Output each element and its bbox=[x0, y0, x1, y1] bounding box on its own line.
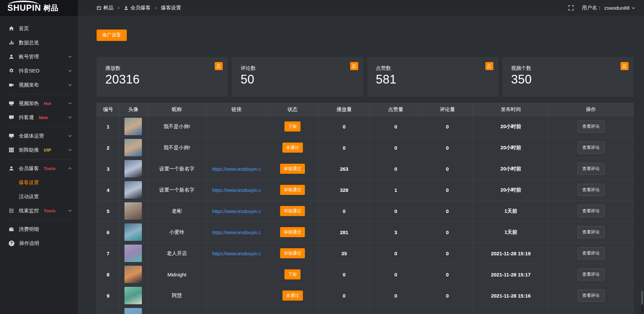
status-badge: 未通过 bbox=[282, 143, 303, 153]
sidebar-item-operation-guide[interactable]: ?操作说明 bbox=[0, 236, 78, 250]
table-row: 4设置一个新名字https://www.iesdouyin.c审核通过32810… bbox=[97, 179, 634, 201]
view-comments-button[interactable]: 查看评论 bbox=[578, 120, 604, 133]
cell-like-count: 0 bbox=[370, 158, 422, 179]
sidebar-divider bbox=[5, 159, 72, 159]
cell-publish-time: 20小时前 bbox=[473, 158, 548, 179]
cell-avatar bbox=[119, 116, 147, 137]
breadcrumb-shupin[interactable]: 树品 bbox=[97, 5, 113, 11]
stats-row: 播放数20316总评论数50总点赞数581总视频个数350总 bbox=[97, 57, 634, 97]
view-comments-button[interactable]: 查看评论 bbox=[578, 163, 604, 175]
cell-like-count: 3 bbox=[370, 222, 422, 243]
view-comments-button[interactable]: 查看评论 bbox=[578, 184, 604, 196]
sidebar-item-label: 首页 bbox=[19, 25, 29, 32]
stat-value: 50 bbox=[240, 72, 356, 87]
cell-link bbox=[207, 137, 267, 158]
breadcrumb-label: 树品 bbox=[103, 5, 113, 11]
stat-card-play-count: 播放数20316总 bbox=[97, 57, 228, 97]
sidebar-item-home[interactable]: 首页 bbox=[0, 21, 78, 36]
user-icon bbox=[9, 166, 14, 171]
cell-link bbox=[207, 285, 267, 306]
scrollbar[interactable] bbox=[641, 289, 644, 314]
video-link[interactable]: https://www.iesdouyin.c bbox=[212, 209, 261, 214]
cell-like-count: 0 bbox=[370, 137, 422, 158]
sidebar-subitem-activity-settings[interactable]: 活动设置 bbox=[0, 190, 78, 204]
cell-action: 查看评论 bbox=[548, 179, 633, 201]
cell-avatar bbox=[119, 285, 147, 306]
cell-status: 下架 bbox=[267, 116, 318, 137]
promo-settings-button[interactable]: 推广设置 bbox=[97, 30, 127, 41]
cell-publish-time: 20小时前 bbox=[473, 179, 548, 201]
sidebar-item-label: 账号管理 bbox=[19, 54, 39, 60]
view-comments-button[interactable]: 查看评论 bbox=[578, 268, 604, 280]
sidebar-item-douketong[interactable]: 抖客通New bbox=[0, 110, 78, 124]
cell-number: 2 bbox=[97, 137, 119, 158]
column-header: 播放量 bbox=[318, 103, 370, 116]
cell-action: 查看评论 bbox=[548, 264, 633, 285]
breadcrumb-separator: > bbox=[117, 6, 120, 10]
sidebar-subitem-baoke-settings[interactable]: 爆客设置 bbox=[0, 175, 78, 190]
breadcrumb-label: 爆客设置 bbox=[161, 5, 181, 11]
sidebar-subitem-label: 爆客设置 bbox=[19, 179, 39, 186]
cell-status: 审核通过 bbox=[267, 179, 318, 201]
view-comments-button[interactable]: 查看评论 bbox=[578, 226, 604, 238]
cell-play-count: 0 bbox=[318, 264, 370, 285]
sidebar-item-label: 矩阵助推 bbox=[19, 147, 39, 153]
cell-action: 查看评论 bbox=[548, 158, 633, 179]
sidebar-item-consumption-details[interactable]: 消费明细 bbox=[0, 222, 78, 236]
cell-action bbox=[548, 306, 633, 314]
sidebar-item-clue-monitor[interactable]: 线索监控Tools bbox=[0, 204, 78, 218]
app-logo: SHUPIN 树品 bbox=[0, 0, 78, 16]
view-comments-button[interactable]: 查看评论 bbox=[578, 247, 604, 259]
stat-label: 点赞数 bbox=[376, 65, 492, 71]
sidebar-item-all-media-operation[interactable]: 全媒体运营 bbox=[0, 129, 78, 143]
cell-avatar bbox=[119, 201, 147, 222]
cell-nickname: 我不是小帅! bbox=[147, 116, 206, 137]
stat-value: 350 bbox=[511, 72, 627, 87]
sidebar-item-label: 视频发布 bbox=[19, 82, 39, 88]
cell-avatar bbox=[119, 222, 147, 243]
view-comments-button[interactable]: 查看评论 bbox=[578, 142, 604, 154]
table-row: 2我不是小帅!未通过00020小时前查看评论 bbox=[97, 137, 634, 158]
cell-nickname: 老人开店 bbox=[147, 243, 206, 264]
badge-new: New bbox=[39, 115, 48, 120]
cell-like-count: 1 bbox=[370, 179, 422, 201]
cell-like-count: 0 bbox=[370, 116, 422, 137]
cell-play-count: 0 bbox=[318, 201, 370, 222]
column-header: 编号 bbox=[97, 103, 119, 116]
sidebar-item-member-baoke[interactable]: 会员爆客Tools bbox=[0, 161, 78, 175]
video-link[interactable]: https://www.iesdouyin.c bbox=[212, 230, 261, 235]
sidebar-item-data-overview[interactable]: 数据总览 bbox=[0, 36, 78, 50]
total-badge: 总 bbox=[485, 62, 493, 70]
table-row bbox=[97, 306, 634, 314]
sidebar-item-label: 消费明细 bbox=[19, 226, 39, 232]
video-link[interactable]: https://www.iesdouyin.c bbox=[212, 166, 261, 172]
breadcrumb-member-baoke[interactable]: 会员爆客 bbox=[124, 5, 151, 11]
cell-publish-time: 1天前 bbox=[473, 201, 548, 222]
table-row: 3设置一个新名字https://www.iesdouyin.c审核通过26300… bbox=[97, 158, 634, 179]
help-icon: ? bbox=[9, 241, 14, 246]
video-link[interactable]: https://www.iesdouyin.c bbox=[212, 188, 261, 193]
status-badge: 未通过 bbox=[282, 291, 303, 301]
sidebar-item-account-management[interactable]: 账号管理 bbox=[0, 50, 78, 64]
cell-avatar bbox=[119, 137, 147, 158]
sidebar-item-video-publish[interactable]: 视频发布 bbox=[0, 78, 78, 92]
chevron-up-icon bbox=[68, 167, 72, 170]
view-comments-button[interactable]: 查看评论 bbox=[578, 290, 604, 302]
fullscreen-icon[interactable] bbox=[568, 5, 574, 11]
chart-icon bbox=[9, 40, 14, 45]
breadcrumb-separator: > bbox=[155, 6, 157, 10]
cell-status: 审核通过 bbox=[267, 243, 318, 264]
sidebar-item-matrix-boost[interactable]: 矩阵助推VIP bbox=[0, 143, 78, 157]
sidebar-item-video-heat[interactable]: 视频加热Hot bbox=[0, 96, 78, 110]
breadcrumb-baoke-settings[interactable]: 爆客设置 bbox=[161, 5, 181, 11]
sidebar-item-label: 操作说明 bbox=[19, 240, 39, 247]
logo-text-cn: 树品 bbox=[43, 3, 58, 13]
scrollbar-thumb[interactable] bbox=[641, 291, 643, 305]
wallet-icon bbox=[9, 226, 14, 232]
user-menu[interactable]: 用户名：zswodun88 bbox=[582, 5, 635, 11]
column-header: 操作 bbox=[548, 103, 633, 116]
video-link[interactable]: https://www.iesdouyin.c bbox=[212, 251, 261, 256]
sidebar-item-douyin-seo[interactable]: 抖音SEO bbox=[0, 64, 78, 78]
view-comments-button[interactable]: 查看评论 bbox=[578, 205, 604, 217]
cell-comment-count: 0 bbox=[422, 285, 473, 306]
